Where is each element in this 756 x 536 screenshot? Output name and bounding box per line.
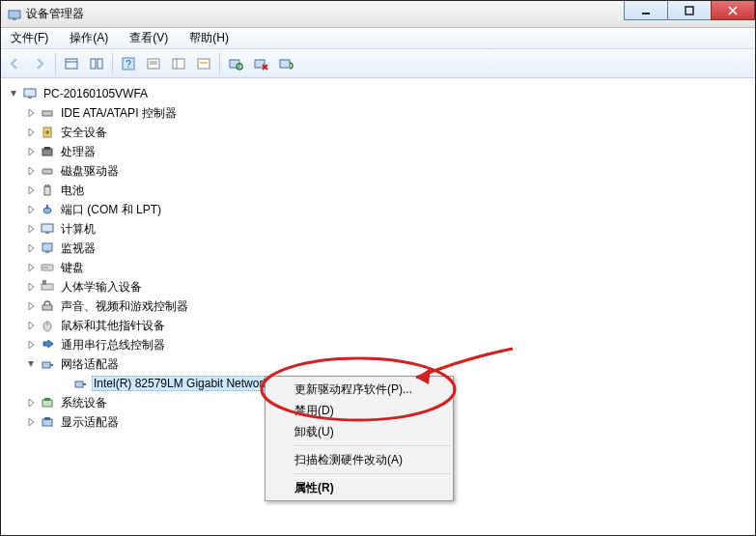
tree-category-node[interactable]: 通用串行总线控制器 [24,335,755,354]
svg-rect-30 [42,149,52,155]
svg-rect-51 [42,362,50,368]
expand-icon[interactable] [24,145,38,158]
toolbar-uninstall-icon[interactable] [249,52,272,75]
window-buttons [625,1,755,20]
toolbar-list-icon[interactable] [85,52,108,75]
context-menu: 更新驱动程序软件(P)... 禁用(D) 卸载(U) 扫描检测硬件改动(A) 属… [265,376,454,501]
mouse-icon [40,318,55,333]
menu-update-driver[interactable]: 更新驱动程序软件(P)... [267,379,451,400]
svg-rect-9 [98,59,102,69]
svg-rect-26 [28,97,32,99]
tree-category-label: 声音、视频和游戏控制器 [59,297,190,316]
svg-rect-3 [686,7,693,14]
expand-icon[interactable] [24,299,38,313]
svg-rect-56 [44,398,50,401]
maximize-button[interactable] [667,1,712,20]
svg-rect-55 [42,400,52,407]
svg-rect-25 [24,89,36,97]
tree-category-node[interactable]: IDE ATA/ATAPI 控制器 [24,103,755,123]
menu-file[interactable]: 文件(F) [5,28,54,48]
tree-category-node[interactable]: 电池 [24,181,755,200]
audio-icon [40,298,55,314]
tree-category-label: 电池 [59,182,86,200]
expand-icon[interactable] [24,164,38,178]
toolbar: ? [1,49,755,78]
svg-rect-38 [42,224,53,232]
svg-rect-40 [42,243,52,251]
menu-help[interactable]: 帮助(H) [183,28,235,48]
tree-category-label: 监视器 [59,240,98,258]
menu-uninstall[interactable]: 卸载(U) [267,421,451,442]
expand-icon[interactable] [24,319,38,332]
expand-icon[interactable] [24,396,38,409]
port-icon [40,202,55,217]
tree-category-node[interactable]: 声音、视频和游戏控制器 [24,296,755,316]
device-manager-window: 设备管理器 文件(F) 操作(A) 查看(V) 帮助(H) ? [0,0,756,536]
menu-disable[interactable]: 禁用(D) [267,400,451,421]
svg-rect-15 [173,59,184,69]
menu-action[interactable]: 操作(A) [64,28,114,48]
back-button[interactable] [3,52,26,75]
toolbar-view-icon[interactable] [60,52,83,75]
computer-icon [40,221,55,237]
tree-root-node[interactable]: PC-20160105VWFA [7,84,755,103]
app-icon [7,7,22,22]
processor-icon [40,144,55,159]
tree-category-label: 处理器 [59,143,98,161]
tree-category-node[interactable]: 鼠标和其他指针设备 [24,316,755,335]
expand-icon[interactable] [24,280,38,294]
svg-rect-0 [9,11,20,18]
svg-rect-17 [198,59,210,69]
collapse-icon[interactable] [7,87,20,100]
tree-category-node[interactable]: 磁盘驱动器 [24,161,755,181]
battery-icon [40,183,55,198]
expand-icon[interactable] [24,126,38,139]
menu-scan-hardware[interactable]: 扫描检测硬件改动(A) [267,449,451,470]
tree-category-label: 通用串行总线控制器 [59,336,167,354]
tree-category-label: 显示适配器 [59,413,121,432]
toolbar-help-icon[interactable]: ? [117,52,140,75]
svg-rect-33 [44,186,50,195]
toolbar-scan-icon[interactable] [224,52,247,75]
tree-category-node[interactable]: 安全设备 [24,123,755,142]
svg-rect-6 [66,59,77,69]
menu-bar: 文件(F) 操作(A) 查看(V) 帮助(H) [1,28,755,49]
expand-icon[interactable] [24,222,38,236]
expand-icon[interactable] [24,106,38,120]
expand-icon[interactable] [24,183,38,197]
svg-rect-53 [75,381,83,387]
svg-rect-39 [45,232,49,234]
toolbar-details-icon[interactable] [167,52,190,75]
menu-properties[interactable]: 属性(R) [267,477,451,498]
expand-icon[interactable] [24,241,38,255]
toolbar-update-icon[interactable] [274,52,297,75]
tree-category-node[interactable]: 计算机 [24,219,755,239]
tree-category-node[interactable]: 处理器 [24,142,755,161]
toolbar-extra-icon[interactable] [192,52,215,75]
svg-rect-41 [45,251,49,253]
toolbar-properties-icon[interactable] [142,52,165,75]
forward-button[interactable] [28,52,51,75]
tree-category-node[interactable]: 监视器 [24,239,755,258]
menu-view[interactable]: 查看(V) [124,28,174,48]
tree-category-label: IDE ATA/ATAPI 控制器 [59,104,179,123]
expand-icon[interactable] [24,338,38,352]
close-button[interactable] [711,1,755,20]
expand-icon[interactable] [24,415,38,429]
separator-icon [219,53,220,74]
tree-category-label: 系统设备 [59,394,109,412]
tree-category-node[interactable]: 键盘 [24,258,755,277]
tree-category-node[interactable]: 端口 (COM 和 LPT) [24,200,755,219]
title-bar: 设备管理器 [1,1,755,28]
expand-icon[interactable] [24,261,38,274]
usb-icon [40,337,55,353]
minimize-button[interactable] [624,1,668,20]
tree-category-label: 计算机 [59,220,98,239]
collapse-icon[interactable] [24,357,38,371]
tree-category-node[interactable]: 网络适配器 [24,354,755,374]
tree-category-node[interactable]: 人体学输入设备 [24,277,755,296]
separator-icon [112,53,113,74]
svg-rect-34 [45,184,47,187]
expand-icon[interactable] [24,203,38,216]
separator-icon [55,53,56,74]
